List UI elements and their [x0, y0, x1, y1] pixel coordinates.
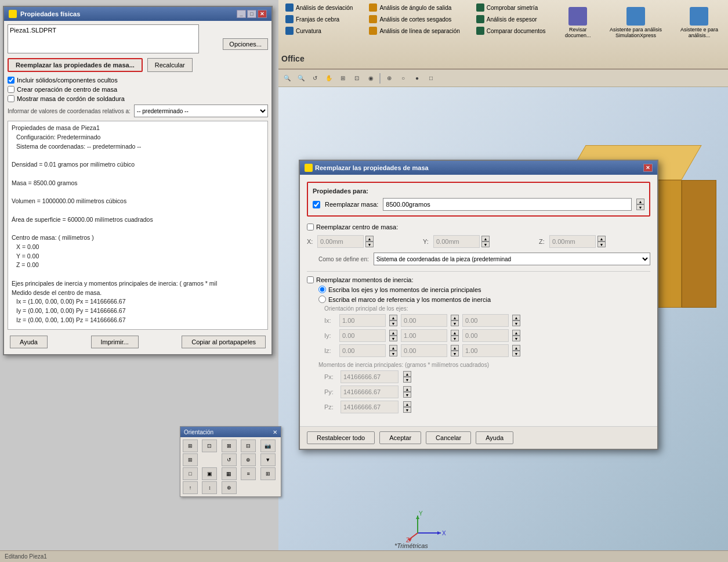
dialog-help-btn[interactable]: Ayuda — [476, 431, 513, 444]
ribbon-item-1[interactable]: Análisis de desviación — [283, 2, 355, 13]
orient-btn-1[interactable]: ⊞ — [183, 439, 198, 452]
result-iz: Iz = (0.00, 0.00, 1.00) Pz = 14166666.67 — [12, 316, 264, 325]
orient-btn-arrow[interactable]: ↑ — [183, 481, 198, 494]
result-blank3 — [12, 188, 264, 197]
ix-2-input — [401, 314, 447, 327]
ribbon-item-5[interactable]: Análisis de cortes sesgados — [367, 14, 462, 24]
toolbar-btn-color[interactable]: ● — [411, 72, 423, 85]
px-row: Px: ▲ ▼ — [324, 370, 650, 383]
close-btn[interactable]: ✕ — [258, 10, 267, 18]
action-buttons-row: Reemplazar las propiedades de masa... Re… — [8, 58, 268, 72]
restore-all-btn[interactable]: Restablecer todo — [307, 431, 375, 444]
print-button[interactable]: Imprimir... — [91, 336, 139, 348]
radio-2-label: Escriba el marco de referencia y los mom… — [328, 296, 491, 303]
coord-select[interactable]: -- predeterminado -- — [134, 105, 268, 117]
orient-btn-6[interactable]: ↺ — [222, 453, 237, 466]
ribbon-item-7[interactable]: Comprobar simetría — [474, 2, 548, 13]
ribbon-item-2[interactable]: Franjas de cebra — [283, 14, 355, 24]
ribbon-icon-5 — [369, 15, 377, 23]
trimetrica-label: *Trimétricas — [394, 542, 428, 549]
z-letter: Z: — [539, 238, 548, 245]
replace-center-checkbox[interactable] — [307, 224, 314, 230]
ix-2-spinner: ▲ ▼ — [451, 315, 459, 326]
orient-close-icon[interactable]: ✕ — [273, 429, 277, 435]
ix-3-spinner: ▲ ▼ — [512, 315, 520, 326]
orient-btn-2[interactable]: ⊡ — [202, 439, 217, 452]
iy-label: Iy: — [324, 332, 336, 339]
toolbar-btn-rotate[interactable]: ↺ — [309, 72, 321, 85]
replace-moments-checkbox[interactable] — [307, 276, 314, 283]
svg-line-6 — [408, 533, 418, 540]
mass-spinner-down[interactable]: ▼ — [636, 204, 644, 210]
orient-btn-11[interactable]: ≡ — [241, 467, 256, 480]
orient-btn-12[interactable]: ⊞ — [260, 467, 276, 480]
help-button[interactable]: Ayuda — [10, 336, 48, 348]
orient-btn-8[interactable]: □ — [183, 467, 198, 480]
radio-row-1: Escriba los ejes y los momentos de inerc… — [318, 286, 650, 293]
center-coords-row: X: ▲ ▼ Y: ▲ ▼ Z: — [307, 235, 650, 248]
csd-label: Como se define en: — [318, 256, 369, 262]
replace-mass-checkbox[interactable] — [313, 201, 320, 208]
include-solids-checkbox[interactable] — [8, 77, 15, 84]
toolbar-btn-4[interactable]: ⊕ — [383, 72, 396, 85]
orient-btn-7[interactable]: ⊕ — [241, 453, 256, 466]
toolbar-btn-1[interactable]: ⊞ — [336, 72, 349, 85]
z-input — [549, 235, 596, 248]
x-letter: X: — [307, 238, 316, 245]
ribbon-large-asistente2[interactable]: Asistente e para análisis... — [675, 5, 723, 41]
box-side-face — [682, 180, 716, 308]
ribbon-item-8[interactable]: Análisis de espesor — [474, 14, 548, 24]
orient-btn-arrow2[interactable]: ↕ — [202, 481, 217, 494]
copy-button[interactable]: Copiar al portapapeles — [182, 336, 266, 348]
orient-btn-13[interactable]: ⊕ — [222, 481, 237, 494]
mass-value-input[interactable] — [383, 198, 632, 211]
toolbar-btn-wire[interactable]: □ — [425, 72, 437, 85]
orient-btn-cam[interactable]: 📷 — [260, 439, 276, 452]
cancel-btn[interactable]: Cancelar — [426, 431, 471, 444]
toolbar-btn-pan[interactable]: ✋ — [323, 72, 335, 85]
ribbon-large-asistente1[interactable]: Asistente para análisis SimulationXpress — [600, 5, 672, 41]
orient-btn-3[interactable]: ⊠ — [222, 439, 237, 452]
results-box[interactable]: Propiedades de masa de Pieza1 Configurac… — [8, 121, 268, 330]
options-button[interactable]: Opciones... — [223, 38, 268, 50]
ix-1-spinner: ▲ ▼ — [389, 315, 397, 326]
mass-spinner-up[interactable]: ▲ — [636, 199, 644, 204]
result-cy: Y = 0.00 — [12, 252, 264, 261]
ribbon-item-4[interactable]: Análisis de ángulo de salida — [367, 2, 462, 13]
toolbar-btn-3[interactable]: ◉ — [364, 72, 377, 85]
recalculate-btn[interactable]: Recalcular — [147, 58, 193, 72]
ix-1-input — [339, 314, 386, 327]
status-bar: Editando Pieza1 — [0, 550, 728, 562]
toolbar-btn-2[interactable]: ⊡ — [350, 72, 363, 85]
replace-mass-properties-btn[interactable]: Reemplazar las propiedades de masa... — [8, 58, 143, 72]
toolbar-btn-zoom-in[interactable]: 🔍 — [281, 72, 294, 85]
accept-btn[interactable]: Aceptar — [379, 431, 421, 444]
pz-input — [341, 401, 399, 413]
ribbon-icon-6 — [369, 27, 377, 35]
ribbon-item-3[interactable]: Curvatura — [283, 26, 355, 36]
dialog-close-btn[interactable]: ✕ — [643, 164, 653, 172]
show-weld-bead-checkbox[interactable] — [8, 95, 15, 102]
filename-field[interactable] — [8, 24, 199, 53]
orient-btn-4[interactable]: ⊟ — [241, 439, 256, 452]
orient-btn-5[interactable]: ⊞ — [183, 453, 198, 466]
toolbar-btn-zoom-out[interactable]: 🔍 — [295, 72, 307, 85]
status-text: Editando Pieza1 — [5, 553, 47, 560]
ix-3-input — [462, 314, 509, 327]
orient-btn-9[interactable]: ▣ — [202, 467, 217, 480]
create-center-op-checkbox[interactable] — [8, 86, 15, 93]
py-spinner: ▲ ▼ — [403, 386, 411, 398]
orientacion-label: Orientación principal de los ejes: — [324, 305, 650, 312]
minimize-btn[interactable]: _ — [237, 10, 246, 18]
ribbon-item-9[interactable]: Comparar documentos — [474, 26, 548, 36]
toolbar-btn-5[interactable]: ○ — [397, 72, 410, 85]
maximize-btn[interactable]: □ — [247, 10, 256, 18]
orient-btn-down[interactable]: ▼ — [260, 453, 276, 466]
ribbon-large-revisar[interactable]: Revisar documen... — [560, 5, 596, 41]
result-volume: Volumen = 1000000.00 milímetros cúbicos — [12, 197, 264, 206]
masa-row: Reemplazar masa: ▲ ▼ — [313, 198, 644, 211]
pz-label: Pz: — [324, 404, 336, 410]
ribbon-item-6[interactable]: Análisis de línea de separación — [367, 26, 462, 36]
revisar-icon — [568, 7, 587, 26]
orient-btn-10[interactable]: ▦ — [222, 467, 237, 480]
